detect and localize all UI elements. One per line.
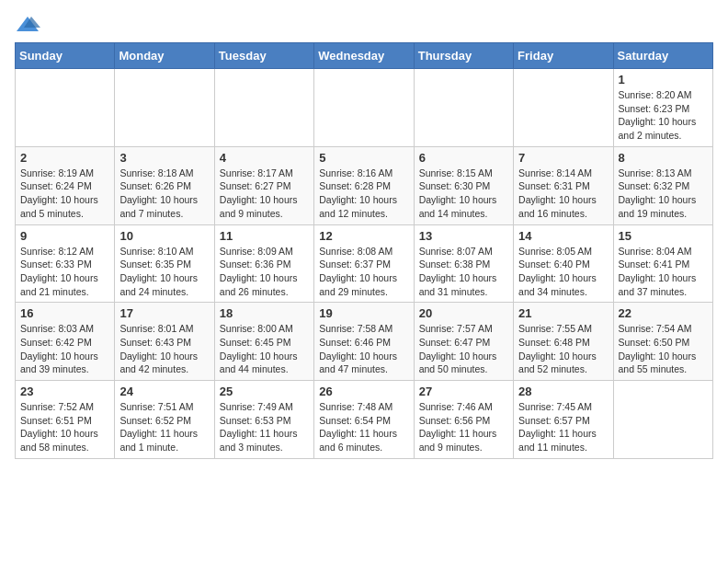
calendar-week-row: 16Sunrise: 8:03 AM Sunset: 6:42 PM Dayli…: [16, 303, 713, 381]
day-number: 26: [319, 385, 408, 398]
weekday-header: Sunday: [16, 43, 115, 69]
calendar-cell: 8Sunrise: 8:13 AM Sunset: 6:32 PM Daylig…: [613, 146, 712, 224]
calendar-cell: [613, 381, 712, 459]
weekday-header: Thursday: [414, 43, 513, 69]
day-number: 1: [619, 73, 708, 86]
day-info: Sunrise: 8:07 AM Sunset: 6:38 PM Dayligh…: [419, 245, 508, 299]
day-info: Sunrise: 7:45 AM Sunset: 6:57 PM Dayligh…: [518, 400, 608, 454]
day-info: Sunrise: 8:12 AM Sunset: 6:33 PM Dayligh…: [20, 245, 109, 299]
day-number: 24: [119, 385, 209, 398]
day-number: 15: [619, 229, 708, 243]
calendar-cell: 17Sunrise: 8:01 AM Sunset: 6:43 PM Dayli…: [115, 303, 214, 381]
day-number: 6: [419, 151, 508, 165]
day-info: Sunrise: 7:46 AM Sunset: 6:56 PM Dayligh…: [419, 400, 508, 454]
day-number: 28: [518, 385, 608, 398]
day-number: 4: [220, 151, 309, 165]
logo-icon: [15, 15, 40, 35]
day-info: Sunrise: 8:20 AM Sunset: 6:23 PM Dayligh…: [619, 88, 708, 143]
calendar-cell: 23Sunrise: 7:52 AM Sunset: 6:51 PM Dayli…: [16, 381, 115, 459]
day-info: Sunrise: 7:51 AM Sunset: 6:52 PM Dayligh…: [119, 400, 209, 454]
day-number: 27: [419, 385, 508, 398]
calendar-cell: 28Sunrise: 7:45 AM Sunset: 6:57 PM Dayli…: [514, 381, 613, 459]
page-header: [15, 15, 713, 35]
calendar-cell: [16, 69, 115, 147]
day-info: Sunrise: 8:01 AM Sunset: 6:43 PM Dayligh…: [119, 322, 209, 376]
day-number: 20: [419, 306, 508, 320]
calendar-cell: 22Sunrise: 7:54 AM Sunset: 6:50 PM Dayli…: [613, 303, 712, 381]
day-info: Sunrise: 8:09 AM Sunset: 6:36 PM Dayligh…: [220, 245, 309, 299]
calendar-cell: 16Sunrise: 8:03 AM Sunset: 6:42 PM Dayli…: [16, 303, 115, 381]
day-info: Sunrise: 8:13 AM Sunset: 6:32 PM Dayligh…: [619, 167, 708, 221]
day-number: 12: [319, 229, 408, 243]
calendar-cell: [214, 69, 313, 147]
day-info: Sunrise: 7:52 AM Sunset: 6:51 PM Dayligh…: [20, 400, 109, 454]
day-info: Sunrise: 8:16 AM Sunset: 6:28 PM Dayligh…: [319, 167, 408, 221]
calendar-cell: [514, 69, 613, 147]
weekday-header: Friday: [514, 43, 613, 69]
calendar-week-row: 2Sunrise: 8:19 AM Sunset: 6:24 PM Daylig…: [16, 146, 713, 224]
day-number: 22: [619, 306, 708, 320]
day-number: 11: [220, 229, 309, 243]
logo: [15, 15, 44, 35]
day-number: 14: [518, 229, 608, 243]
calendar-week-row: 1Sunrise: 8:20 AM Sunset: 6:23 PM Daylig…: [16, 69, 713, 147]
calendar-header-row: SundayMondayTuesdayWednesdayThursdayFrid…: [16, 43, 713, 69]
day-info: Sunrise: 8:18 AM Sunset: 6:26 PM Dayligh…: [119, 167, 209, 221]
calendar-cell: 20Sunrise: 7:57 AM Sunset: 6:47 PM Dayli…: [414, 303, 513, 381]
calendar-cell: 13Sunrise: 8:07 AM Sunset: 6:38 PM Dayli…: [414, 224, 513, 303]
calendar-cell: 27Sunrise: 7:46 AM Sunset: 6:56 PM Dayli…: [414, 381, 513, 459]
day-number: 21: [518, 306, 608, 320]
calendar-cell: 14Sunrise: 8:05 AM Sunset: 6:40 PM Dayli…: [514, 224, 613, 303]
calendar-cell: 19Sunrise: 7:58 AM Sunset: 6:46 PM Dayli…: [314, 303, 414, 381]
calendar-cell: 4Sunrise: 8:17 AM Sunset: 6:27 PM Daylig…: [214, 146, 313, 224]
calendar-cell: 18Sunrise: 8:00 AM Sunset: 6:45 PM Dayli…: [214, 303, 313, 381]
day-info: Sunrise: 8:15 AM Sunset: 6:30 PM Dayligh…: [419, 167, 508, 221]
calendar-cell: 12Sunrise: 8:08 AM Sunset: 6:37 PM Dayli…: [314, 224, 414, 303]
calendar-cell: 11Sunrise: 8:09 AM Sunset: 6:36 PM Dayli…: [214, 224, 313, 303]
weekday-header: Monday: [115, 43, 214, 69]
day-info: Sunrise: 8:10 AM Sunset: 6:35 PM Dayligh…: [119, 245, 209, 299]
day-number: 8: [619, 151, 708, 165]
calendar-cell: 1Sunrise: 8:20 AM Sunset: 6:23 PM Daylig…: [613, 69, 712, 147]
calendar-cell: 5Sunrise: 8:16 AM Sunset: 6:28 PM Daylig…: [314, 146, 414, 224]
calendar-cell: 21Sunrise: 7:55 AM Sunset: 6:48 PM Dayli…: [514, 303, 613, 381]
day-info: Sunrise: 7:55 AM Sunset: 6:48 PM Dayligh…: [518, 322, 608, 376]
weekday-header: Saturday: [613, 43, 712, 69]
day-number: 3: [119, 151, 209, 165]
calendar-cell: 9Sunrise: 8:12 AM Sunset: 6:33 PM Daylig…: [16, 224, 115, 303]
day-info: Sunrise: 8:00 AM Sunset: 6:45 PM Dayligh…: [220, 322, 309, 376]
day-info: Sunrise: 7:57 AM Sunset: 6:47 PM Dayligh…: [419, 322, 508, 376]
calendar-cell: 25Sunrise: 7:49 AM Sunset: 6:53 PM Dayli…: [214, 381, 313, 459]
day-info: Sunrise: 7:49 AM Sunset: 6:53 PM Dayligh…: [220, 400, 309, 454]
calendar-cell: 10Sunrise: 8:10 AM Sunset: 6:35 PM Dayli…: [115, 224, 214, 303]
day-info: Sunrise: 8:05 AM Sunset: 6:40 PM Dayligh…: [518, 245, 608, 299]
calendar-cell: 7Sunrise: 8:14 AM Sunset: 6:31 PM Daylig…: [514, 146, 613, 224]
day-info: Sunrise: 7:48 AM Sunset: 6:54 PM Dayligh…: [319, 400, 408, 454]
day-info: Sunrise: 8:17 AM Sunset: 6:27 PM Dayligh…: [220, 167, 309, 221]
day-info: Sunrise: 8:03 AM Sunset: 6:42 PM Dayligh…: [20, 322, 109, 376]
day-number: 23: [20, 385, 109, 398]
day-info: Sunrise: 8:04 AM Sunset: 6:41 PM Dayligh…: [619, 245, 708, 299]
day-info: Sunrise: 7:54 AM Sunset: 6:50 PM Dayligh…: [619, 322, 708, 376]
day-number: 18: [220, 306, 309, 320]
day-number: 9: [20, 229, 109, 243]
weekday-header: Wednesday: [314, 43, 414, 69]
day-number: 10: [119, 229, 209, 243]
day-number: 16: [20, 306, 109, 320]
day-number: 17: [119, 306, 209, 320]
calendar-cell: 2Sunrise: 8:19 AM Sunset: 6:24 PM Daylig…: [16, 146, 115, 224]
calendar-cell: 24Sunrise: 7:51 AM Sunset: 6:52 PM Dayli…: [115, 381, 214, 459]
day-info: Sunrise: 8:19 AM Sunset: 6:24 PM Dayligh…: [20, 167, 109, 221]
calendar-table: SundayMondayTuesdayWednesdayThursdayFrid…: [15, 42, 713, 459]
calendar-cell: [115, 69, 214, 147]
day-number: 19: [319, 306, 408, 320]
calendar-cell: [314, 69, 414, 147]
day-number: 5: [319, 151, 408, 165]
weekday-header: Tuesday: [214, 43, 313, 69]
day-number: 7: [518, 151, 608, 165]
calendar-cell: [414, 69, 513, 147]
calendar-cell: 6Sunrise: 8:15 AM Sunset: 6:30 PM Daylig…: [414, 146, 513, 224]
calendar-cell: 26Sunrise: 7:48 AM Sunset: 6:54 PM Dayli…: [314, 381, 414, 459]
calendar-cell: 15Sunrise: 8:04 AM Sunset: 6:41 PM Dayli…: [613, 224, 712, 303]
calendar-week-row: 9Sunrise: 8:12 AM Sunset: 6:33 PM Daylig…: [16, 224, 713, 303]
